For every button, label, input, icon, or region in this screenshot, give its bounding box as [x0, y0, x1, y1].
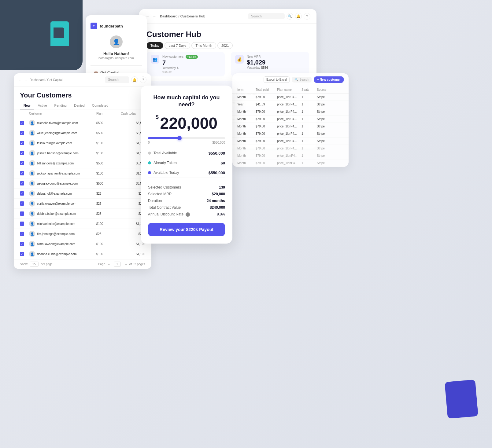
page-prev[interactable]: ← — [107, 263, 110, 266]
customers-stat-icon: 👥 — [151, 55, 159, 64]
pc-back-arrow[interactable]: ← — [19, 78, 22, 82]
new-customer-button[interactable]: + New customer — [314, 76, 344, 83]
brand-icon — [46, 15, 73, 49]
table-row: ✓ 👤 deanna.curtis@example.com $100 $1,10… — [14, 249, 151, 259]
list-item: Month $79.00 price_1lbrP4... 1 Stripe — [232, 145, 349, 152]
row-avatar: 👤 — [29, 140, 35, 146]
bg-blue-square — [445, 380, 478, 419]
summary-selected-mrr: Selected MRR $20,000 — [148, 191, 225, 197]
row-avatar: 👤 — [29, 150, 35, 156]
list-item: Year $41.59 price_1lbrP4... 1 Stripe — [232, 101, 349, 108]
table-footer: Show 15 per page Page ← 1 → of 32 pages — [14, 259, 151, 269]
user-avatar: 👤 — [110, 35, 123, 48]
row-checkbox[interactable]: ✓ — [20, 141, 29, 145]
pc-tab-pending[interactable]: Pending — [51, 102, 70, 109]
row-checkbox[interactable]: ✓ — [20, 151, 29, 155]
table-row: ✓ 👤 bill.sanders@example.com $500 $5,500 — [14, 158, 151, 168]
row-avatar: 👤 — [29, 211, 35, 217]
pc-tab-active[interactable]: Active — [34, 102, 51, 109]
row-checkbox[interactable]: ✓ — [20, 181, 29, 185]
pc-help-icon[interactable]: ? — [140, 76, 146, 83]
customers-rows: ✓ 👤 michelle.rivera@example.com $500 $5,… — [14, 118, 151, 259]
row-avatar: 👤 — [29, 231, 35, 237]
table-row: ✓ 👤 alma.lawson@example.com $100 $1,100 — [14, 239, 151, 249]
table-row: ✓ 👤 willie.jennings@example.com $500 $5,… — [14, 128, 151, 138]
table-row: ✓ 👤 felicia.reid@example.com $100 $1,100 — [14, 138, 151, 148]
ch-tab-today[interactable]: Today — [146, 42, 163, 49]
ch-tabs: Today Last 7 Days This Month 2021 — [139, 42, 316, 52]
pc-search[interactable]: Search — [105, 76, 129, 83]
stat-time: 9:15 am — [162, 70, 198, 73]
forward-arrow-icon[interactable]: → — [152, 14, 157, 19]
list-item: Month $79.00 price_1lbrP4... 1 Stripe — [232, 108, 349, 116]
table-header: Customer Plan Cash today — [14, 109, 151, 118]
help-icon[interactable]: ? — [304, 13, 310, 20]
search-icon[interactable]: 🔍 — [287, 13, 293, 20]
table-row: ✓ 👤 jackson.graham@example.com $100 $1,1… — [14, 168, 151, 178]
page-number: 1 — [114, 262, 121, 267]
row-checkbox[interactable]: ✓ — [20, 191, 29, 196]
row-checkbox[interactable]: ✓ — [20, 171, 29, 175]
pc-forward-arrow[interactable]: → — [24, 78, 27, 82]
summary-discount-rate: Annual Discount Rate i 8.3% — [148, 211, 225, 218]
sidebar-email: nathan@founderpath.com — [91, 57, 142, 60]
bg-teal-shape — [0, 0, 83, 70]
breakdown-already-taken: Already Taken $0 — [148, 158, 225, 168]
capital-summary: Selected Customers 139 Selected MRR $20,… — [148, 184, 225, 218]
dot-blue — [148, 171, 151, 174]
discount-info-icon[interactable]: i — [186, 212, 190, 217]
capital-number: 220,000 — [160, 114, 217, 132]
row-avatar: 👤 — [29, 190, 35, 196]
row-avatar: 👤 — [29, 170, 35, 176]
capital-amount-display: $ 220,000 — [148, 114, 225, 132]
breakdown-available-today: Available Today $550,000 — [148, 168, 225, 178]
ptr-thead: form Total paid Plan name Seats Source — [232, 86, 349, 94]
row-checkbox[interactable]: ✓ — [20, 121, 29, 125]
bell-icon[interactable]: 🔔 — [295, 13, 302, 20]
row-checkbox[interactable]: ✓ — [20, 161, 29, 165]
table-row: ✓ 👤 jessica.hanson@example.com $100 $1,1… — [14, 148, 151, 158]
row-checkbox[interactable]: ✓ — [20, 222, 29, 226]
list-item: Month $79.00 price_1lbnP4... 1 Stripe — [232, 160, 349, 167]
pc-bell-icon[interactable]: 🔔 — [131, 76, 138, 83]
ch-search-input[interactable]: Search — [248, 13, 285, 19]
row-checkbox[interactable]: ✓ — [20, 252, 29, 256]
row-avatar: 👤 — [29, 180, 35, 186]
table-row: ✓ 👤 michelle.rivera@example.com $500 $5,… — [14, 118, 151, 128]
pc-tab-completed[interactable]: Completed — [88, 102, 112, 109]
capital-breakdown: Total Available $550,000 Already Taken $… — [148, 149, 225, 178]
row-checkbox[interactable]: ✓ — [20, 242, 29, 246]
mrr-stat-icon: 💰 — [235, 55, 244, 64]
pc-tab-new[interactable]: New — [20, 102, 34, 109]
ch-tab-month[interactable]: This Month — [191, 42, 216, 49]
ptr-search[interactable]: 🔍 Search — [292, 77, 312, 83]
pc-tabs: New Active Pending Denied Completed — [14, 102, 151, 109]
table-row: ✓ 👤 michael.mitc@example.com $100 $1,100 — [14, 219, 151, 229]
table-right-panel: Export to Excel 🔍 Search + New customer … — [232, 73, 349, 167]
summary-contract-value: Total Contract Value $240,000 — [148, 204, 225, 211]
table-row: ✓ 👤 debra.holt@example.com $25 $275 — [14, 189, 151, 199]
page-next[interactable]: → — [124, 263, 127, 266]
pc-tab-denied[interactable]: Denied — [70, 102, 88, 109]
ch-tab-2021[interactable]: 2021 — [217, 42, 233, 49]
scene: f founderpath 👤 Hello Nathan! nathan@fou… — [0, 0, 492, 448]
ch-tab-last7[interactable]: Last 7 Days — [165, 42, 190, 49]
sidebar-divider — [91, 65, 142, 66]
table-row: ✓ 👤 tim.jennings@example.com $25 $275 — [14, 229, 151, 239]
per-page-selector[interactable]: 15 — [30, 262, 39, 267]
right-table: form Total paid Plan name Seats Source M… — [232, 86, 349, 167]
row-avatar: 👤 — [29, 241, 35, 247]
pc-breadcrumb: Dashboard / Get Capital — [30, 78, 62, 82]
your-customers-panel: ← → Dashboard / Get Capital Search 🔔 ? Y… — [14, 73, 151, 269]
row-checkbox[interactable]: ✓ — [20, 201, 29, 206]
capital-slider[interactable] — [148, 137, 225, 139]
row-checkbox[interactable]: ✓ — [20, 131, 29, 135]
right-table-rows: Month $79.00 price_1lbrP4... 1 Stripe Ye… — [232, 94, 349, 167]
row-checkbox[interactable]: ✓ — [20, 211, 29, 216]
logo-icon: f — [91, 23, 97, 29]
nav-arrows: ← → — [145, 14, 157, 19]
export-btn[interactable]: Export to Excel — [264, 76, 290, 83]
sidebar-greeting: Hello Nathan! — [91, 51, 142, 56]
payout-button[interactable]: Review your $220k Payout — [148, 223, 225, 236]
row-checkbox[interactable]: ✓ — [20, 232, 29, 236]
